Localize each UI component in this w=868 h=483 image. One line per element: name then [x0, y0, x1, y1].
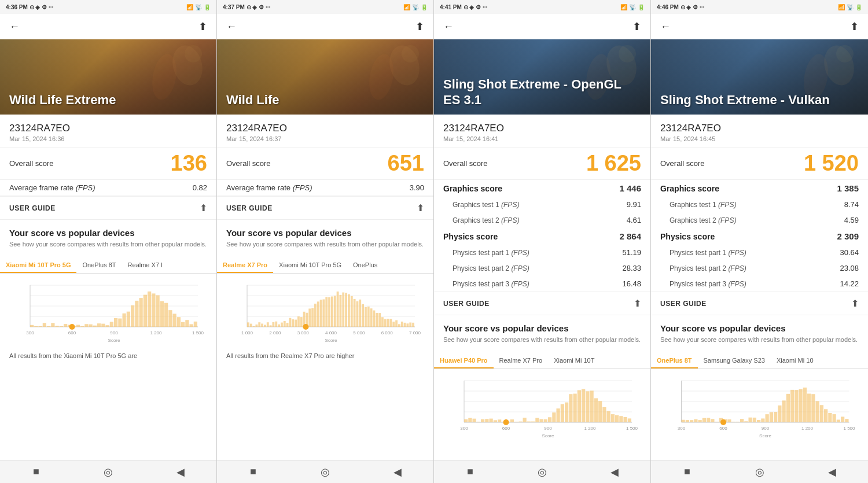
svg-rect-14: [47, 326, 50, 327]
back-button[interactable]: ←: [226, 21, 237, 33]
child-row-1-0: Physics test part 1 (FPS) 30.64: [651, 245, 868, 260]
nav-square-button[interactable]: ■: [241, 466, 264, 478]
user-guide-label[interactable]: USER GUIDE: [443, 300, 490, 308]
user-guide-label[interactable]: USER GUIDE: [660, 300, 707, 308]
back-button[interactable]: ←: [9, 21, 20, 33]
user-guide-label[interactable]: USER GUIDE: [226, 204, 273, 212]
svg-rect-223: [766, 415, 769, 423]
svg-rect-104: [351, 296, 353, 327]
phone-panel-1: 4:36 PM ⊙ ◈ ⚙ ··· 📶 📡 🔋 ← ⬆ Wild Life Ex…: [0, 0, 217, 483]
user-guide-row: USER GUIDE ⬆: [217, 196, 433, 220]
svg-text:6 000: 6 000: [381, 330, 393, 335]
hero-banner: Sling Shot Extreme - Vulkan: [651, 39, 868, 115]
nav-home-button[interactable]: ◎: [97, 466, 120, 478]
back-button[interactable]: ←: [660, 21, 671, 33]
svg-rect-179: [602, 407, 606, 422]
svg-rect-93: [320, 300, 322, 327]
svg-rect-79: [281, 323, 283, 327]
wifi-icon: 📡: [847, 4, 854, 10]
avg-fps-value: 3.90: [410, 183, 424, 192]
svg-rect-120: [395, 320, 398, 327]
share-button[interactable]: ⬆: [632, 20, 641, 33]
device-tab-2[interactable]: Realme X7 I: [122, 258, 169, 273]
svg-rect-116: [384, 319, 387, 327]
child-label-1-2: Physics test part 3 (FPS): [660, 280, 746, 288]
svg-rect-16: [56, 326, 59, 327]
share-result-button[interactable]: ⬆: [200, 202, 207, 213]
nav-home-button[interactable]: ◎: [748, 466, 771, 478]
nav-back-button[interactable]: ◀: [603, 466, 626, 478]
svg-rect-77: [275, 322, 277, 327]
nav-square-button[interactable]: ■: [24, 466, 47, 478]
nav-back-button[interactable]: ◀: [386, 466, 409, 478]
svg-rect-71: [258, 323, 260, 327]
nav-back-button[interactable]: ◀: [821, 466, 844, 478]
device-tab-1[interactable]: OnePlus 8T: [76, 258, 122, 273]
svg-rect-210: [711, 419, 714, 423]
device-id: 23124RA7EO: [9, 123, 207, 134]
svg-rect-40: [156, 296, 160, 327]
avg-fps-label: Average frame rate (FPS): [226, 183, 312, 192]
nav-square-button[interactable]: ■: [676, 466, 699, 478]
child-value-1-2: 14.22: [840, 279, 859, 288]
device-tab-0[interactable]: Xiaomi Mi 10T Pro 5G: [0, 258, 76, 273]
svg-rect-46: [181, 322, 185, 327]
device-tab-2[interactable]: Xiaomi Mi 10T: [548, 353, 600, 368]
device-tab-0[interactable]: OnePlus 8T: [651, 353, 698, 368]
svg-rect-69: [253, 326, 255, 327]
svg-rect-91: [314, 304, 317, 327]
svg-rect-37: [144, 295, 147, 327]
svg-rect-78: [278, 325, 280, 327]
nav-home-button[interactable]: ◎: [314, 466, 337, 478]
svg-rect-96: [328, 297, 330, 327]
svg-rect-26: [97, 324, 101, 327]
nav-back-button[interactable]: ◀: [169, 466, 192, 478]
status-bar: 4:36 PM ⊙ ◈ ⚙ ··· 📶 📡 🔋: [0, 0, 216, 14]
svg-point-138: [619, 45, 636, 62]
status-bar: 4:41 PM ⊙ ◈ ⚙ ··· 📶 📡 🔋: [434, 0, 650, 14]
device-tab-2[interactable]: OnePlus: [347, 258, 383, 273]
svg-rect-114: [378, 313, 381, 327]
svg-rect-204: [686, 420, 689, 422]
back-button[interactable]: ←: [443, 21, 454, 33]
user-guide-label[interactable]: USER GUIDE: [9, 204, 56, 212]
share-result-button[interactable]: ⬆: [417, 202, 424, 213]
share-result-button[interactable]: ⬆: [851, 298, 859, 309]
svg-rect-230: [795, 390, 798, 423]
hero-title: Wild Life Extreme: [9, 93, 116, 108]
svg-point-243: [720, 419, 726, 425]
device-tab-2[interactable]: Xiaomi Mi 10: [771, 353, 819, 368]
svg-rect-167: [552, 413, 556, 423]
child-value-0-0: 9.91: [627, 200, 641, 209]
hero-banner: Wild Life: [217, 39, 433, 115]
device-tab-0[interactable]: Realme X7 Pro: [217, 258, 273, 273]
device-tab-1[interactable]: Samsung Galaxy S23: [698, 353, 771, 368]
device-tab-0[interactable]: Huawei P40 Pro: [434, 353, 494, 368]
svg-text:5 000: 5 000: [353, 330, 365, 335]
phone-panel-4: 4:46 PM ⊙ ◈ ⚙ ··· 📶 📡 🔋 ← ⬆ Sling Shot E…: [651, 0, 868, 483]
share-button[interactable]: ⬆: [415, 20, 424, 33]
device-tab-1[interactable]: Xiaomi Mi 10T Pro 5G: [273, 258, 347, 273]
svg-rect-115: [381, 318, 384, 327]
svg-rect-12: [39, 326, 42, 327]
nav-square-button[interactable]: ■: [458, 466, 481, 478]
svg-rect-224: [770, 412, 773, 422]
share-button[interactable]: ⬆: [850, 20, 859, 33]
bottom-nav: ■ ◎ ◀: [217, 460, 433, 483]
svg-rect-241: [841, 417, 844, 423]
hero-title: Wild Life: [226, 93, 279, 108]
svg-rect-29: [110, 322, 113, 327]
svg-rect-119: [392, 322, 395, 327]
child-value-1-0: 30.64: [840, 248, 859, 257]
nav-home-button[interactable]: ◎: [531, 466, 554, 478]
share-result-button[interactable]: ⬆: [634, 298, 641, 309]
device-tabs: Realme X7 ProXiaomi Mi 10T Pro 5GOnePlus: [217, 258, 433, 274]
share-button[interactable]: ⬆: [198, 20, 207, 33]
child-value-1-1: 28.33: [622, 264, 641, 272]
svg-rect-81: [286, 323, 289, 327]
svg-rect-222: [761, 419, 764, 423]
child-row-1-2: Physics test part 3 (FPS) 16.48: [434, 276, 650, 292]
device-tab-1[interactable]: Realme X7 Pro: [494, 353, 549, 368]
svg-text:1 200: 1 200: [584, 426, 596, 431]
signal-icon: 📶: [186, 4, 193, 10]
